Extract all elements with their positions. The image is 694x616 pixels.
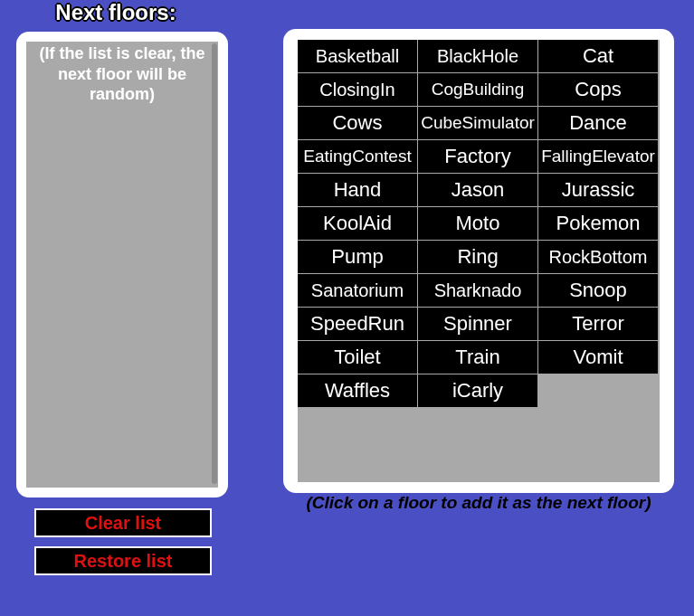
floor-tile[interactable]: Spinner (418, 308, 537, 340)
floor-tile[interactable]: Sharknado (418, 274, 537, 307)
floor-tile[interactable]: Cows (298, 107, 417, 139)
floor-tile[interactable]: Vomit (538, 341, 658, 374)
queue-panel: (If the list is clear, the next floor wi… (16, 32, 228, 498)
floor-tile[interactable]: iCarly (418, 374, 537, 407)
floor-tile[interactable]: Dance (538, 107, 658, 139)
floors-container: BasketballBlackHoleCatClosingInCogBuildi… (298, 40, 660, 482)
floor-tile[interactable]: Train (418, 341, 537, 374)
floor-tile[interactable]: CogBuilding (418, 73, 537, 106)
floor-tile[interactable]: Pump (298, 241, 417, 273)
floor-tile[interactable]: EatingContest (298, 140, 417, 173)
floor-tile[interactable]: Cops (538, 73, 658, 106)
floor-tile[interactable]: Cat (538, 40, 658, 72)
floor-tile[interactable]: CubeSimulator (418, 107, 537, 139)
floors-hint: (Click on a floor to add it as the next … (283, 493, 674, 513)
floor-tile[interactable]: SpeedRun (298, 308, 417, 340)
floor-tile[interactable]: Toilet (298, 341, 417, 374)
floors-grid: BasketballBlackHoleCatClosingInCogBuildi… (298, 40, 660, 407)
floor-tile[interactable]: KoolAid (298, 207, 417, 240)
queue-placeholder: (If the list is clear, the next floor wi… (26, 42, 218, 105)
floor-tile[interactable]: Hand (298, 174, 417, 206)
floor-tile[interactable]: Moto (418, 207, 537, 240)
floor-tile[interactable]: Pokemon (538, 207, 658, 240)
floor-tile[interactable]: RockBottom (538, 241, 658, 273)
floor-tile[interactable]: BlackHole (418, 40, 537, 72)
floor-tile[interactable]: Sanatorium (298, 274, 417, 307)
page-title: Next floors: (16, 0, 215, 25)
floor-tile[interactable]: Waffles (298, 374, 417, 407)
floor-tile[interactable]: Snoop (538, 274, 658, 307)
floor-tile[interactable]: Basketball (298, 40, 417, 72)
floor-tile[interactable]: ClosingIn (298, 73, 417, 106)
queue-list[interactable]: (If the list is clear, the next floor wi… (26, 42, 218, 488)
floor-tile[interactable]: FallingElevator (538, 140, 658, 173)
floors-panel: BasketballBlackHoleCatClosingInCogBuildi… (283, 29, 674, 493)
floor-tile[interactable]: Jurassic (538, 174, 658, 206)
floor-tile[interactable]: Factory (418, 140, 537, 173)
clear-list-button[interactable]: Clear list (34, 508, 212, 537)
queue-scrollbar[interactable] (212, 43, 217, 484)
floor-tile[interactable]: Terror (538, 308, 658, 340)
floor-tile[interactable]: Jason (418, 174, 537, 206)
restore-list-button[interactable]: Restore list (34, 546, 212, 575)
floor-tile[interactable]: Ring (418, 241, 537, 273)
